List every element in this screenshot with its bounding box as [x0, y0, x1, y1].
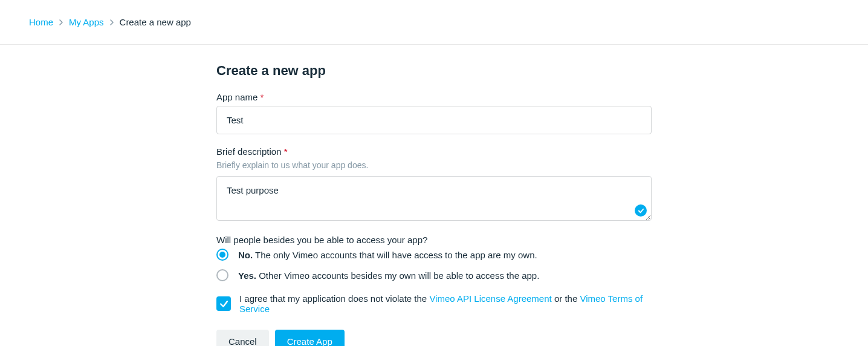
chevron-right-icon: [58, 19, 64, 25]
button-row: Cancel Create App: [216, 330, 652, 346]
required-asterisk: *: [261, 92, 264, 102]
agreement-checkbox[interactable]: [216, 296, 231, 311]
cancel-button[interactable]: Cancel: [216, 330, 269, 346]
agreement-row: I agree that my application does not vio…: [216, 293, 652, 314]
app-name-label-text: App name: [216, 92, 257, 102]
api-license-link[interactable]: Vimeo API License Agreement: [429, 293, 551, 304]
app-name-group: App name *: [216, 92, 652, 134]
app-name-label: App name *: [216, 92, 652, 102]
description-label: Brief description *: [216, 146, 652, 157]
page-title: Create a new app: [216, 63, 652, 79]
radio-no-row[interactable]: No. The only Vimeo accounts that will ha…: [216, 249, 652, 261]
breadcrumb: Home My Apps Create a new app: [0, 0, 868, 45]
access-question-label: Will people besides you be able to acces…: [216, 235, 652, 245]
description-help-text: Briefly explain to us what your app does…: [216, 160, 652, 170]
description-textarea[interactable]: [216, 176, 652, 221]
create-app-button[interactable]: Create App: [275, 330, 345, 346]
app-name-input[interactable]: [216, 106, 652, 134]
agreement-label: I agree that my application does not vio…: [239, 293, 652, 314]
check-circle-icon: [635, 204, 647, 217]
breadcrumb-current: Create a new app: [120, 17, 191, 27]
radio-yes-row[interactable]: Yes. Other Vimeo accounts besides my own…: [216, 269, 652, 281]
chevron-right-icon: [109, 19, 115, 25]
required-asterisk: *: [284, 146, 288, 157]
main-content: Create a new app App name * Brief descri…: [216, 45, 652, 346]
access-question-group: Will people besides you be able to acces…: [216, 235, 652, 281]
radio-no-input[interactable]: [216, 249, 228, 261]
agreement-prefix: I agree that my application does not vio…: [239, 293, 429, 304]
breadcrumb-myapps-link[interactable]: My Apps: [69, 17, 104, 27]
radio-no-label: No. The only Vimeo accounts that will ha…: [238, 250, 537, 260]
description-group: Brief description * Briefly explain to u…: [216, 146, 652, 223]
radio-yes-label: Yes. Other Vimeo accounts besides my own…: [238, 270, 539, 281]
breadcrumb-home-link[interactable]: Home: [29, 17, 53, 27]
description-label-text: Brief description: [216, 146, 282, 157]
agreement-mid: or the: [552, 293, 580, 304]
radio-yes-input[interactable]: [216, 269, 228, 281]
